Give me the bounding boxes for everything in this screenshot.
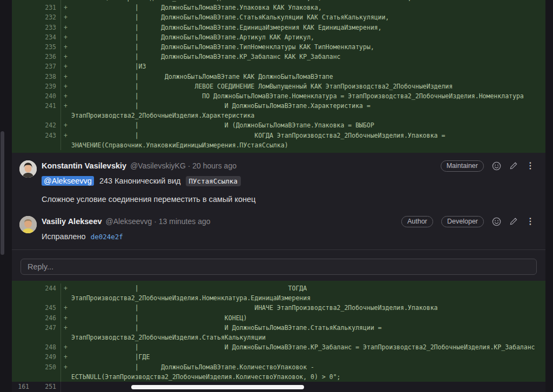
avatar[interactable] <box>19 216 37 233</box>
old-line-number[interactable]: 161 <box>12 382 33 392</box>
diff-add-marker <box>60 140 71 150</box>
new-line-number[interactable]: 247 <box>33 323 60 333</box>
diff-add-marker: + <box>60 32 71 42</box>
diff-row: 233+ | ДолжноБытьЛомаВЭтапе.ЕдиницаИзмер… <box>12 23 545 32</box>
diff-rows-top: 231+ | ДолжноБытьЛомаВЭтапе.Упаковка КАК… <box>12 3 545 150</box>
new-line-number <box>33 333 60 342</box>
new-line-number[interactable]: 235 <box>33 42 60 52</box>
diff-code-text: ЭтапПроизводства2_2ПобочныеИзделия.Номен… <box>71 293 545 303</box>
commit-hash-link[interactable]: de024e2f <box>91 233 123 241</box>
role-badge-author: Author <box>401 216 433 227</box>
old-line-number <box>12 140 33 150</box>
user-mention-link[interactable]: @Alekseevvg <box>42 176 94 186</box>
new-line-number[interactable]: 251 <box>33 382 60 392</box>
old-line-number <box>12 333 33 342</box>
comment-author-name[interactable]: Konstantin Vasilevskiy <box>42 161 126 170</box>
diff-add-marker: + <box>60 120 71 130</box>
comment-handle-timestamp[interactable]: @Alekseevvg · 13 minutes ago <box>106 217 211 226</box>
new-line-number[interactable]: 241 <box>33 101 60 111</box>
left-gutter-strip <box>0 0 12 392</box>
new-line-number[interactable]: 236 <box>33 52 60 62</box>
old-line-number <box>12 120 33 130</box>
comment-paragraph: Сложное условие соединения переместить в… <box>42 194 535 204</box>
diff-code-text: |ГДЕ <box>71 352 545 362</box>
pencil-icon[interactable] <box>509 217 518 226</box>
diff-row: 241+ | И ДолжноБытьЛомаВЭтапе.Характерис… <box>12 101 545 111</box>
diff-row: 235+ | ДолжноБытьЛомаВЭтапе.ТипНоменклат… <box>12 42 545 52</box>
diff-code-text: |ИЗ <box>71 62 545 71</box>
new-line-number[interactable]: 234 <box>33 32 60 42</box>
inline-code-chip: ПУстаяСсылка <box>186 176 241 186</box>
diff-add-marker <box>60 293 71 303</box>
old-line-number <box>12 91 33 101</box>
avatar[interactable] <box>19 160 37 178</box>
diff-row: ЭтапПроизводства2_2ПобочныеИзделия.Харак… <box>12 111 545 120</box>
comment-handle-timestamp[interactable]: @VasilevskiyKG · 20 hours ago <box>130 161 237 170</box>
new-line-number[interactable]: 243 <box>33 131 60 140</box>
diff-code-text: | ДолжноБытьЛомаВЭтапе.КоличествоУпаково… <box>71 362 545 372</box>
diff-add-marker: + <box>60 283 71 293</box>
new-line-number <box>33 293 60 303</box>
diff-add-marker: + <box>60 3 71 12</box>
diff-row: 242+ | И (ДолжноБытьЛомаВЭтапе.Упаковка … <box>12 120 545 130</box>
right-page-strip <box>545 0 553 392</box>
old-line-number <box>12 62 33 71</box>
old-line-number <box>12 3 33 12</box>
new-line-number[interactable]: 250 <box>33 362 60 372</box>
old-line-number <box>12 323 33 333</box>
diff-row: 240+ | ПО ДолжноБытьЛомаВЭтапе.Номенклат… <box>12 91 545 101</box>
diff-row: 236+ | ДолжноБытьЛомаВЭтапе.КР_Забаланс … <box>12 52 545 62</box>
new-line-number <box>33 140 60 150</box>
kebab-menu-icon[interactable]: ⋮ <box>526 217 535 226</box>
emoji-smile-icon[interactable] <box>492 161 501 171</box>
diff-row: 239+ | ЛЕВОЕ СОЕДИНЕНИЕ ЛомВыпущенный КА… <box>12 82 545 91</box>
diff-add-marker: + <box>60 352 71 362</box>
pencil-icon[interactable] <box>509 161 518 170</box>
diff-code-text: | КОНЕЦ) <box>71 313 545 323</box>
new-line-number[interactable]: 244 <box>33 283 60 293</box>
diff-code-text: | ДолжноБытьЛомаВЭтапе.Артикул КАК Артик… <box>71 32 545 42</box>
diff-code-text: | ДолжноБытьЛомаВЭтапе.СтатьяКалькуляции… <box>71 12 545 22</box>
kebab-menu-icon[interactable]: ⋮ <box>526 161 535 170</box>
new-line-number[interactable]: 240 <box>33 91 60 101</box>
reply-input[interactable] <box>21 259 537 275</box>
diff-code-text: | ЛЕВОЕ СОЕДИНЕНИЕ ЛомВыпущенный КАК Эта… <box>71 82 545 91</box>
diff-code-text: | КОГДА ЭтапПроизводства2_2ПобочныеИздел… <box>71 131 545 140</box>
old-line-number <box>12 372 33 382</box>
old-line-number <box>12 23 33 32</box>
new-line-number[interactable]: 246 <box>33 313 60 323</box>
avatar-photo <box>19 216 37 233</box>
diff-hunk-top: ЕСТЬNULL(ЭтапПроизводства2_2ПобочныеИзде… <box>12 0 545 156</box>
vertical-scrollbar-thumb[interactable] <box>1 131 4 255</box>
diff-add-marker <box>60 111 71 120</box>
diff-code-text: | И ДолжноБытьЛомаВЭтапе.СтатьяКалькуляц… <box>71 323 545 333</box>
new-line-number[interactable]: 237 <box>33 62 60 71</box>
diff-row: 246+ | КОНЕЦ) <box>12 313 545 323</box>
role-badge-developer: Developer <box>441 216 484 227</box>
horizontal-scrollbar-thumb[interactable] <box>131 385 304 389</box>
old-line-number <box>12 303 33 313</box>
diff-add-marker: + <box>60 91 71 101</box>
diff-add-marker: + <box>60 23 71 32</box>
diff-context-row: 161 251 <box>12 382 545 392</box>
new-line-number[interactable]: 232 <box>33 12 60 22</box>
discussion-panel: Konstantin Vasilevskiy @VasilevskiyKG · … <box>12 153 545 281</box>
diff-row: 238+ | ДолжноБытьЛомаВЭтапе КАК ДолжноБы… <box>12 72 545 82</box>
new-line-number[interactable]: 239 <box>33 82 60 91</box>
new-line-number[interactable]: 242 <box>33 120 60 130</box>
diff-row: 237+ |ИЗ <box>12 62 545 71</box>
new-line-number[interactable]: 231 <box>33 3 60 12</box>
new-line-number[interactable]: 245 <box>33 303 60 313</box>
new-line-number[interactable]: 248 <box>33 342 60 352</box>
emoji-smile-icon[interactable] <box>492 217 501 226</box>
diff-add-marker <box>60 372 71 382</box>
diff-add-marker: + <box>60 62 71 71</box>
new-line-number[interactable]: 249 <box>33 352 60 362</box>
comment-author-name[interactable]: Vasiliy Alekseev <box>42 217 102 226</box>
new-line-number[interactable]: 233 <box>33 23 60 32</box>
diff-add-marker: + <box>60 362 71 372</box>
diff-row: 248+ | И ДолжноБытьЛомаВЭтапе.КР_Забалан… <box>12 342 545 352</box>
diff-row: 250+ | ДолжноБытьЛомаВЭтапе.КоличествоУп… <box>12 362 545 372</box>
diff-row: 234+ | ДолжноБытьЛомаВЭтапе.Артикул КАК … <box>12 32 545 42</box>
new-line-number[interactable]: 238 <box>33 72 60 82</box>
